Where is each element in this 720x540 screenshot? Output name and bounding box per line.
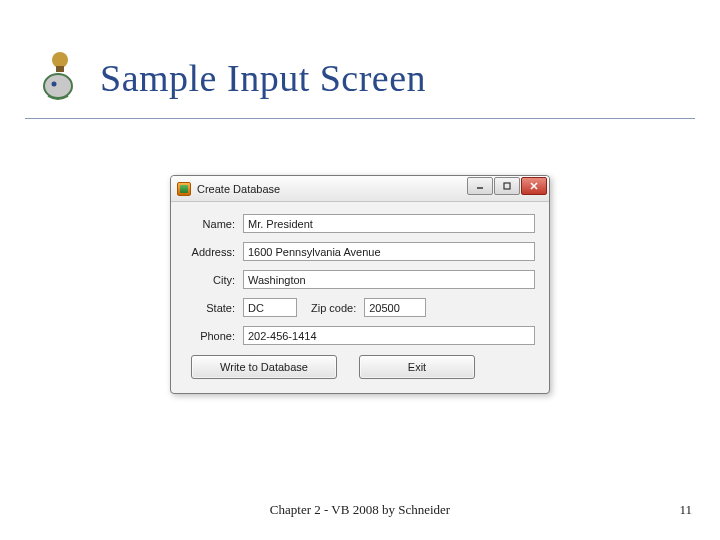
row-name: Name: — [185, 214, 535, 233]
city-label: City: — [185, 274, 243, 286]
app-icon — [177, 182, 191, 196]
state-label: State: — [185, 302, 243, 314]
name-input[interactable] — [243, 214, 535, 233]
row-city: City: — [185, 270, 535, 289]
slide-footer: Chapter 2 - VB 2008 by Schneider — [0, 502, 720, 518]
exit-button[interactable]: Exit — [359, 355, 475, 379]
row-address: Address: — [185, 242, 535, 261]
write-to-database-button[interactable]: Write to Database — [191, 355, 337, 379]
form-body: Name: Address: City: State: Zip code: Ph… — [171, 202, 549, 393]
svg-rect-6 — [504, 183, 510, 189]
address-label: Address: — [185, 246, 243, 258]
decorative-icon — [30, 48, 90, 108]
button-row: Write to Database Exit — [185, 355, 535, 379]
slide-title: Sample Input Screen — [100, 56, 426, 100]
state-input[interactable] — [243, 298, 297, 317]
zip-input[interactable] — [364, 298, 426, 317]
row-state-zip: State: Zip code: — [185, 298, 535, 317]
title-underline — [25, 118, 695, 119]
name-label: Name: — [185, 218, 243, 230]
slide: Sample Input Screen Create Database Name… — [0, 0, 720, 540]
window-buttons — [466, 177, 547, 195]
minimize-button[interactable] — [467, 177, 493, 195]
svg-rect-1 — [56, 66, 64, 72]
row-phone: Phone: — [185, 326, 535, 345]
window-title: Create Database — [197, 183, 280, 195]
phone-label: Phone: — [185, 330, 243, 342]
svg-point-4 — [52, 82, 57, 87]
slide-header: Sample Input Screen — [30, 48, 690, 108]
svg-point-0 — [52, 52, 68, 68]
zip-label: Zip code: — [297, 302, 364, 314]
maximize-button[interactable] — [494, 177, 520, 195]
city-input[interactable] — [243, 270, 535, 289]
address-input[interactable] — [243, 242, 535, 261]
titlebar: Create Database — [171, 176, 549, 202]
phone-input[interactable] — [243, 326, 535, 345]
app-window: Create Database Name: Address: — [170, 175, 550, 394]
page-number: 11 — [679, 502, 692, 518]
close-button[interactable] — [521, 177, 547, 195]
